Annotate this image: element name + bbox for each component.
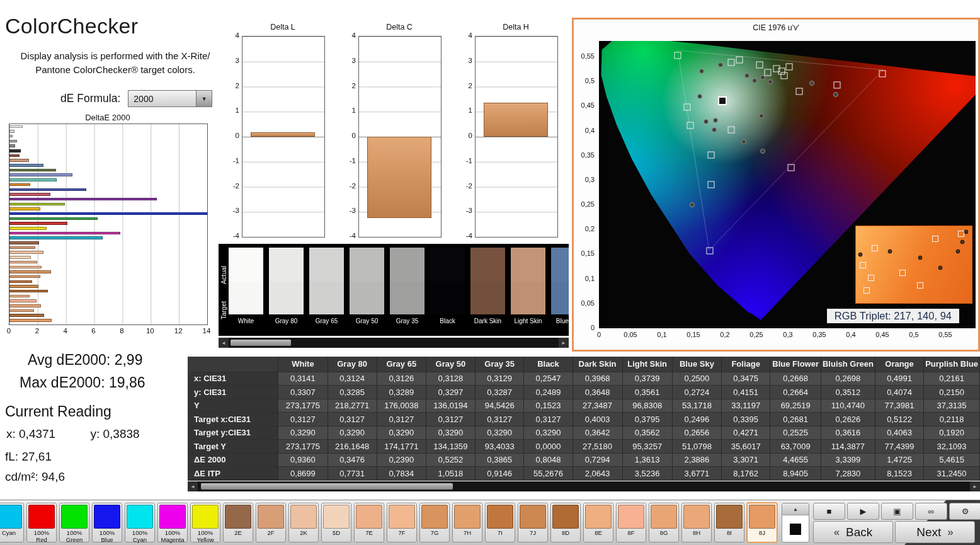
meter-link-button[interactable]: ∞ [915,503,947,520]
patch-button-100-yellow[interactable]: 100% Yellow [190,503,220,542]
current-y: y: 0,3838 [90,427,139,440]
deltae-bar-magenta [9,232,120,235]
stepper-up-button[interactable]: ▲ [782,503,809,515]
patch-button-5d[interactable]: 5D [321,503,351,542]
inset-measurement-marker [858,252,863,256]
patch-button-7j[interactable]: 7J [518,503,548,542]
stop-button[interactable]: ■ [813,503,845,520]
patch-button-2f[interactable]: 2F [256,503,286,542]
axis-tick-label: 1 [227,106,239,114]
axis-tick-label: 4 [460,32,472,39]
axis-tick-label: 0,25 [574,200,595,208]
cie-measurement-marker [699,69,704,74]
patch-button-100-green[interactable]: 100% Green [59,503,89,542]
patch-button-7g[interactable]: 7G [419,503,450,542]
next-button[interactable]: Next » [895,521,975,543]
table-cell: 2,0643 [573,467,622,481]
deltae-bar-row [9,241,207,246]
patch-label: 5D [323,530,350,537]
cie-diagram-title: CIE 1976 u'v' [574,23,978,32]
deltae-bar-row [9,270,207,275]
scrollbar-thumb[interactable] [201,483,453,490]
table-cell: 0,2489 [524,386,573,399]
delta-chart-delta-c: Delta C43210-1-2-3-4 [343,23,442,238]
target-swatch [470,281,505,314]
patch-button-7e[interactable]: 7E [354,503,384,542]
column-header: Orange [875,357,923,372]
table-cell: 1,3613 [622,453,672,467]
patch-button-8j[interactable]: 8J [747,503,777,542]
deltae-bar-yellow [9,227,47,230]
axis-tick-label: 0,25 [749,331,763,338]
deltae-bar-7g [9,270,51,273]
patch-label: 7H [454,530,481,537]
chart-plot [242,36,325,238]
table-cell: 1,0518 [426,467,475,481]
deltae-bar-row [9,211,207,216]
table-cell: 0,3290 [278,426,328,440]
table-cell: 174,1771 [377,440,426,454]
table-cell: 216,1648 [328,440,377,454]
patch-button-2k[interactable]: 2K [288,503,319,542]
chevron-down-icon[interactable]: ▼ [196,91,212,106]
patch-button-8g[interactable]: 8G [649,503,679,542]
deltae-bar-row [9,197,207,202]
patch-button-7i[interactable]: 7I [485,503,515,542]
table-body: x: CIE310,31410,31240,31260,31280,31290,… [188,372,980,480]
table-row: y: CIE310,33070,32850,32890,32970,32870,… [188,386,980,399]
patch-button-100-red[interactable]: 100% Red [26,503,57,542]
patch-button-8i[interactable]: 8I [714,503,744,542]
table-scrollbar[interactable]: ◄ ► [188,481,980,491]
patch-button-cyan[interactable]: Cyan [0,503,24,542]
play-button[interactable]: ▶ [847,503,879,520]
description-line2: Pantone ColorChecker® target colors. [35,64,195,75]
inset-target-marker [899,270,906,276]
patch-button-100-cyan[interactable]: 100% Cyan [125,503,155,542]
table-cell: 0,4074 [875,386,923,399]
patch-button-100-blue[interactable]: 100% Blue [92,503,122,542]
scrollbar-track[interactable] [198,483,969,490]
axis-tick-label: 4 [64,327,67,335]
patch-button-7f[interactable]: 7F [387,503,417,542]
capture-button[interactable]: ▣ [881,503,913,520]
swatch-scrollbar[interactable]: ◄ ► [219,338,569,348]
deltae-bar-row [9,221,207,226]
patch-button-8h[interactable]: 8H [681,503,712,542]
table-cell: 27,5180 [573,440,622,454]
patch-button-2e[interactable]: 2E [223,503,253,542]
back-button[interactable]: « Back [813,521,893,543]
black-square-icon [790,524,801,535]
scrollbar-track[interactable] [229,339,558,347]
table-cell: 136,0194 [426,399,475,413]
table-row: ΔE ITP0,86990,77310,78341,05180,914655,2… [188,467,980,481]
table-cell: 0,3739 [622,372,672,386]
settings-button[interactable]: ⚙ [949,503,980,520]
deltae-bar-row [9,250,207,255]
table-cell: 8,9405 [770,467,821,481]
patch-button-8d[interactable]: 8D [550,503,581,542]
scroll-right-icon[interactable]: ► [970,481,980,491]
patch-button-7h[interactable]: 7H [452,503,482,542]
table-cell: 0,5252 [426,453,475,467]
scroll-left-icon[interactable]: ◄ [188,481,198,491]
patch-button-100-magenta[interactable]: 100% Magenta [157,503,188,542]
swatch-label: Black [430,318,465,324]
swatch-label: Blue Sky [551,318,569,324]
patch-button-8f[interactable]: 8F [616,503,646,542]
scrollbar-thumb[interactable] [231,340,291,346]
table-cell: 0,3285 [328,386,377,399]
patch-button-8e[interactable]: 8E [583,503,613,542]
deltae-bar-5d [9,256,31,259]
deltae-bar-blue [9,212,207,215]
de-formula-dropdown[interactable]: 2000 ▼ [128,90,212,107]
scroll-left-icon[interactable]: ◄ [219,338,229,348]
cie-measurement-marker [809,81,814,86]
patch-swatch [454,505,481,529]
patch-scroll-stepper[interactable]: ▲ [782,503,809,542]
column-header: Blue Sky [672,357,721,372]
scroll-right-icon[interactable]: ► [559,338,569,348]
patch-label: 7G [421,530,448,537]
deltae-bar-gray-80 [9,130,14,133]
patch-label: 8F [618,530,644,537]
deltae-bar-row [9,255,207,260]
